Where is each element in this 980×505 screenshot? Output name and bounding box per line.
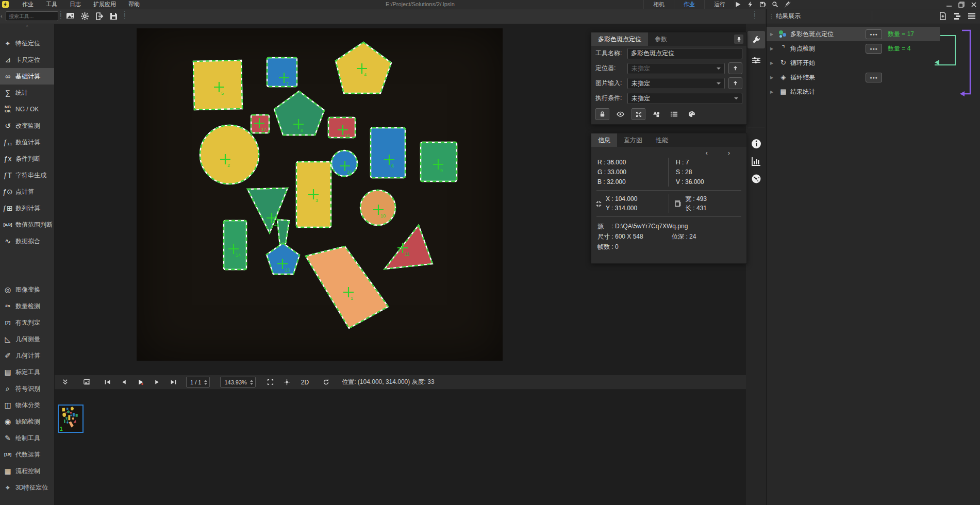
tab-info[interactable]: 信息	[591, 133, 617, 147]
menu-item[interactable]: 帮助	[122, 0, 146, 9]
result-item[interactable]: ▶⌝角点检测●●●数量 = 4	[767, 41, 980, 56]
detected-blob[interactable]	[371, 128, 405, 178]
2d-mode-button[interactable]: 2D	[298, 379, 312, 386]
pin-icon[interactable]	[734, 35, 743, 44]
image-source-icon[interactable]	[66, 12, 75, 21]
lock-icon[interactable]	[595, 108, 609, 120]
first-frame-icon[interactable]	[101, 377, 114, 388]
loop-refresh-icon[interactable]	[319, 377, 333, 388]
frame-spinner-arrows[interactable]	[204, 380, 207, 385]
lightning-icon[interactable]	[747, 1, 754, 8]
next-frame-icon[interactable]	[150, 377, 163, 388]
locator-link-button[interactable]	[728, 62, 742, 74]
sidebar-item-range-judge[interactable]: [a,b]数值范围判断	[0, 216, 54, 233]
sidebar-item-statistics[interactable]: ∑统计	[0, 85, 54, 101]
sidebar-collapse-icon[interactable]: ‹	[1, 13, 3, 19]
zoom-spinner-arrows[interactable]	[250, 380, 253, 385]
expand-arrow-icon[interactable]: ▶	[770, 75, 778, 80]
sidebar-item-geometry-measure[interactable]: ◺几何测量	[0, 331, 54, 347]
panel-drag-handle[interactable]: ⋮⋮	[769, 15, 774, 18]
sidebar-item-draw-tool[interactable]: ✎绘制工具	[0, 430, 54, 446]
expand-roi-icon[interactable]	[632, 108, 645, 120]
run-play-icon[interactable]	[735, 1, 741, 8]
pen-disabled-icon[interactable]	[784, 1, 791, 8]
tab-tool[interactable]: 多彩色斑点定位	[591, 32, 648, 46]
expand-arrow-icon[interactable]: ▶	[770, 46, 778, 51]
sidebar-item-defect-detect[interactable]: ◉缺陷检测	[0, 413, 54, 430]
detected-blob[interactable]	[200, 125, 259, 184]
sidebar-item-condition-judge[interactable]: ƒx条件判断	[0, 150, 54, 167]
frame-spinner[interactable]: 1 / 1	[186, 377, 210, 388]
eye-icon[interactable]	[614, 109, 627, 120]
frame-thumbnail[interactable]: 1	[58, 405, 84, 433]
sidebar-item-symbol-recognize[interactable]: ⌕符号识别	[0, 380, 54, 397]
fit-view-icon[interactable]	[264, 377, 277, 388]
sidebar-item-change-monitor[interactable]: ↺改变监测	[0, 117, 54, 134]
menu-item[interactable]: 扩展应用	[87, 0, 122, 9]
sidebar-item-caliper-locate[interactable]: ⊿卡尺定位	[0, 52, 54, 68]
result-item[interactable]: ▶多彩色斑点定位●●●数量 = 17	[767, 27, 980, 41]
sidebar-item-presence-judge[interactable]: [?]有无判定	[0, 314, 54, 331]
locator-select[interactable]: 未指定	[627, 63, 725, 74]
layers-icon[interactable]	[953, 12, 961, 20]
sidebar-item-numeric-calc[interactable]: ƒ₁₁数值计算	[0, 134, 54, 150]
sidebar-item-count-detect[interactable]: #n数量检测	[0, 298, 54, 314]
menu-item[interactable]: 作业	[16, 0, 40, 9]
sidebar-item-basic-calc[interactable]: ∞基础计算	[0, 68, 54, 85]
add-result-icon[interactable]	[939, 12, 947, 20]
detected-blob[interactable]	[336, 42, 391, 93]
palette-icon[interactable]	[685, 109, 698, 120]
sidebar-item-image-transform[interactable]: ◎图像变换	[0, 281, 54, 298]
more-button[interactable]: ●●●	[866, 44, 882, 54]
sliders-icon[interactable]	[748, 52, 765, 69]
mode-tab[interactable]: 作业	[674, 0, 704, 9]
sidebar-item-data-fit[interactable]: ∿数据拟合	[0, 233, 54, 249]
collapse-toolbar-icon[interactable]	[58, 377, 72, 388]
inspection-image[interactable]: 5741781526169310121413111	[137, 28, 503, 361]
tab-performance[interactable]: 性能	[649, 133, 675, 147]
tool-name-input[interactable]	[627, 48, 742, 59]
sidebar-item-string-generate[interactable]: ƒT字符串生成	[0, 167, 54, 183]
close-icon[interactable]	[971, 2, 977, 8]
image-display-icon[interactable]	[80, 377, 93, 388]
sidebar-item-object-classify[interactable]: ◫物体分类	[0, 397, 54, 413]
wrench-icon[interactable]	[748, 31, 765, 48]
image-input-select[interactable]: 未指定	[627, 78, 725, 89]
gear-icon[interactable]	[80, 12, 89, 21]
detected-blob[interactable]	[267, 58, 297, 87]
mode-tab[interactable]: 运行	[704, 0, 735, 9]
tab-params[interactable]: 参数	[648, 32, 674, 46]
detected-blob[interactable]	[328, 117, 355, 138]
detected-blob[interactable]	[193, 60, 242, 110]
sidebar-item-3d-feature-locate[interactable]: ⌖3D特征定位	[0, 479, 54, 496]
result-item[interactable]: ▶▤结果统计	[767, 85, 980, 99]
detected-blob[interactable]	[306, 246, 388, 328]
image-input-link-button[interactable]	[728, 77, 742, 89]
search-icon[interactable]	[772, 1, 778, 8]
detected-blob[interactable]	[274, 91, 324, 135]
list-icon[interactable]	[668, 109, 680, 120]
sidebar-item-feature-locate[interactable]: ⌖特征定位	[0, 35, 54, 52]
info-page-arrows[interactable]: ‹ ›	[591, 147, 746, 157]
menu-item[interactable]: 日志	[63, 0, 87, 9]
play-icon[interactable]	[134, 377, 147, 388]
prev-frame-icon[interactable]	[117, 377, 130, 388]
list-view-icon[interactable]	[968, 12, 976, 20]
export-icon[interactable]	[95, 12, 104, 21]
device-save-icon[interactable]	[759, 1, 766, 8]
center-crosshair-icon[interactable]	[280, 377, 294, 388]
exec-condition-select[interactable]: 未指定	[627, 93, 742, 104]
expand-arrow-icon[interactable]: ▶	[770, 32, 778, 37]
zoom-spinner[interactable]: 143.93%	[220, 377, 255, 388]
expand-arrow-icon[interactable]: ▶	[770, 90, 778, 94]
shapes-icon[interactable]	[650, 109, 663, 120]
more-button[interactable]: ●●●	[866, 29, 882, 39]
histogram-icon[interactable]	[748, 153, 765, 170]
maximize-icon[interactable]	[958, 2, 965, 8]
mode-tab[interactable]: 相机	[643, 0, 674, 9]
menu-item[interactable]: 工具	[40, 0, 63, 9]
sidebar-item-flow-control[interactable]: ▦流程控制	[0, 463, 54, 479]
sidebar-item-calibration-tool[interactable]: ▤标定工具	[0, 364, 54, 380]
panel-drag-handle[interactable]: ⋮⋮	[752, 12, 753, 21]
search-input[interactable]	[6, 11, 58, 21]
